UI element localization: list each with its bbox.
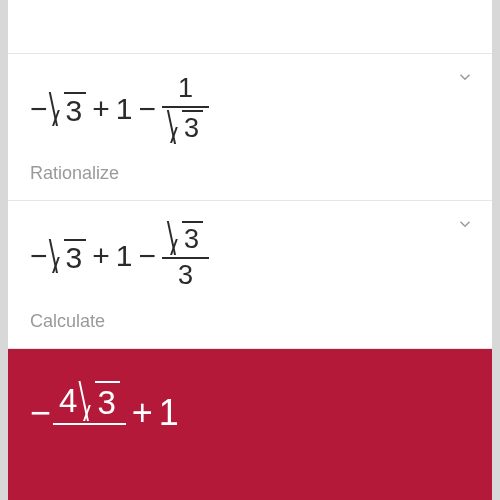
step-calculate[interactable]: − 3 + 1 − 3 3 Calculate: [8, 201, 492, 348]
expression: − 3 + 1 − 3 3: [30, 219, 470, 292]
radicand: 3: [95, 381, 119, 421]
radicand: 3: [182, 110, 203, 144]
chevron-down-icon: [456, 215, 474, 233]
previous-step-placeholder: [8, 0, 492, 54]
minus-sign: −: [30, 94, 50, 124]
minus-sign: −: [132, 94, 162, 124]
minus-sign: −: [30, 395, 53, 431]
fraction-sqrt3-over-3: 3 3: [162, 219, 209, 292]
solver-panel: − 3 + 1 − 1 3 Rationalize: [8, 0, 492, 500]
expression: − 3 + 1 − 1 3: [30, 72, 470, 145]
plus-sign: +: [126, 395, 159, 431]
minus-sign: −: [132, 241, 162, 271]
constant-1: 1: [116, 241, 133, 271]
denominator: 3: [162, 108, 209, 146]
denominator: 3: [172, 259, 199, 293]
step-caption: Calculate: [30, 311, 470, 332]
sqrt-3: 3: [168, 221, 203, 255]
plus-sign: +: [86, 94, 116, 124]
minus-sign: −: [30, 241, 50, 271]
numerator: 3: [162, 219, 209, 257]
constant-1: 1: [116, 94, 133, 124]
chevron-down-icon: [456, 68, 474, 86]
plus-sign: +: [86, 241, 116, 271]
coefficient: 4: [59, 383, 77, 419]
step-caption: Rationalize: [30, 163, 470, 184]
radicand: 3: [64, 92, 87, 126]
fraction-1-over-sqrt3: 1 3: [162, 72, 209, 145]
sqrt-3: 3: [50, 92, 87, 126]
radicand: 3: [64, 239, 87, 273]
fraction-4sqrt3-over-3: 4 3 3: [53, 379, 126, 429]
step-rationalize[interactable]: − 3 + 1 − 1 3 Rationalize: [8, 54, 492, 201]
radicand: 3: [182, 221, 203, 255]
sqrt-3: 3: [50, 239, 87, 273]
sqrt-3: 3: [168, 110, 203, 144]
numerator: 1: [172, 72, 199, 106]
result-expression: − 4 3 3 + 1: [30, 379, 470, 431]
result-panel[interactable]: − 4 3 3 + 1: [8, 349, 492, 500]
constant-1: 1: [159, 395, 179, 431]
